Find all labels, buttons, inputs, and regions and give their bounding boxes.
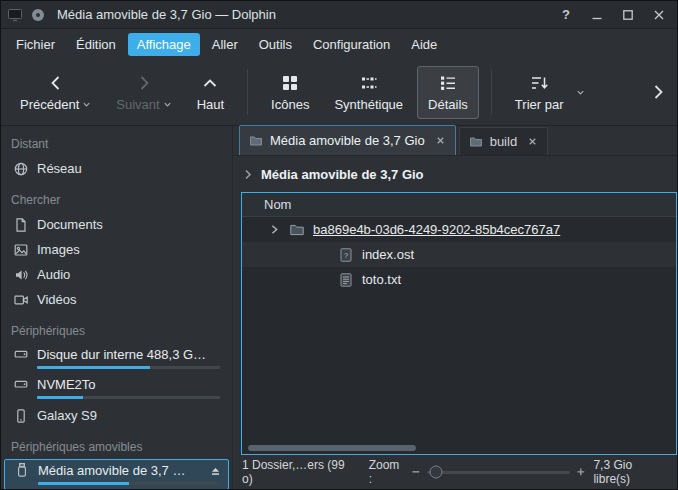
sort-icon — [529, 73, 549, 93]
expander-icon[interactable] — [268, 223, 281, 236]
free-space-label: 7,3 Gio libre(s) — [593, 458, 668, 486]
tab-label: build — [490, 134, 517, 149]
view-compact-button[interactable]: Synthétique — [323, 66, 414, 119]
back-button[interactable]: Précédent — [9, 66, 102, 119]
toolbar-overflow-button[interactable] — [647, 81, 669, 103]
chevron-left-icon — [46, 73, 66, 93]
document-icon — [13, 217, 29, 233]
sidebar-item-nvme2to[interactable]: NVME2To — [1, 373, 232, 403]
file-row[interactable]: ? index.ost — [242, 242, 676, 267]
sidebar-item-label: Audio — [37, 267, 70, 282]
disk-usage-bar — [37, 366, 220, 369]
harddrive-icon — [13, 376, 29, 392]
view-icons-button[interactable]: Icônes — [260, 66, 320, 119]
section-header-distant: Distant — [1, 130, 232, 156]
tab-media-amovible[interactable]: Média amovible de 3,7 Gio — [239, 125, 456, 155]
eject-icon[interactable] — [208, 463, 223, 478]
folder-icon — [249, 134, 263, 148]
sidebar-item-label: Galaxy S9 — [37, 408, 97, 423]
menu-aide[interactable]: Aide — [402, 33, 446, 56]
sidebar-item-label: Images — [37, 242, 80, 257]
image-icon — [13, 242, 29, 258]
chevron-up-icon — [200, 73, 220, 93]
menu-aller[interactable]: Aller — [203, 33, 247, 56]
chevron-right-icon[interactable] — [243, 169, 254, 180]
folder-icon — [469, 135, 483, 149]
tab-build[interactable]: build — [459, 127, 548, 155]
sidebar-item-label: NVME2To — [37, 377, 96, 392]
zoom-control: Zoom : — [369, 458, 586, 486]
sidebar-item-reseau[interactable]: Réseau — [1, 156, 232, 181]
column-header-nom[interactable]: Nom — [242, 193, 676, 217]
sidebar-item-images[interactable]: Images — [1, 237, 232, 262]
sidebar-item-disque-dur-interne[interactable]: Disque dur interne 488,3 G… — [1, 343, 232, 373]
section-header-peripheriques-amovibles: Périphériques amovibles — [1, 428, 232, 459]
file-row[interactable]: ba869e4b-03d6-4249-9202-85b4cec767a7 — [242, 217, 676, 242]
sort-by-button[interactable]: Trier par — [504, 66, 575, 119]
back-label: Précédent — [20, 97, 79, 112]
forward-button[interactable]: Suivant — [105, 66, 182, 119]
view-details-label: Détails — [428, 97, 468, 112]
sidebar-item-audio[interactable]: Audio — [1, 262, 232, 287]
view-details-button[interactable]: Détails — [417, 66, 479, 119]
horizontal-scrollbar[interactable] — [248, 445, 416, 451]
status-bar: 1 Dossier,…ers (99 o) Zoom : 7,3 Gio lib… — [233, 455, 677, 489]
section-header-chercher: Chercher — [1, 181, 232, 212]
menu-affichage[interactable]: Affichage — [128, 33, 200, 56]
sidebar-item-label: Disque dur interne 488,3 G… — [37, 347, 206, 362]
tab-label: Média amovible de 3,7 Gio — [270, 133, 425, 148]
status-summary: 1 Dossier,…ers (99 o) — [242, 458, 353, 486]
menu-fichier[interactable]: Fichier — [7, 33, 64, 56]
harddrive-icon — [13, 346, 29, 362]
up-label: Haut — [197, 97, 224, 112]
chevron-down-icon[interactable] — [576, 88, 585, 97]
places-panel: Distant Réseau Chercher Documents Images — [1, 126, 233, 489]
sidebar-item-media-amovible[interactable]: Média amovible de 3,7 … — [4, 459, 229, 489]
column-header-label: Nom — [264, 197, 291, 212]
main-area: Média amovible de 3,7 Gio build — [233, 126, 677, 489]
close-icon[interactable] — [435, 135, 446, 146]
zoom-slider-handle[interactable] — [429, 466, 442, 479]
sidebar-item-label: Réseau — [37, 161, 82, 176]
up-button[interactable]: Haut — [186, 66, 235, 119]
section-header-peripheriques: Périphériques — [1, 312, 232, 343]
close-icon[interactable] — [527, 136, 538, 147]
zoom-in-icon[interactable] — [576, 467, 586, 477]
help-button[interactable]: ? — [554, 3, 578, 27]
minimize-button[interactable] — [585, 3, 609, 27]
file-row[interactable]: toto.txt — [242, 267, 676, 292]
sidebar-item-videos[interactable]: Vidéos — [1, 287, 232, 312]
forward-label: Suivant — [116, 97, 159, 112]
breadcrumb-place[interactable]: Média amovible de 3,7 Gio — [261, 167, 424, 182]
toolbar-separator — [247, 69, 248, 115]
device-icon — [30, 7, 46, 23]
text-file-icon — [338, 272, 354, 288]
tab-bar: Média amovible de 3,7 Gio build — [233, 126, 677, 156]
disk-usage-bar — [38, 482, 219, 485]
titlebar: Média amovible de 3,7 Gio — Dolphin ? — [1, 1, 677, 29]
sidebar-item-label: Média amovible de 3,7 … — [38, 463, 185, 478]
file-name: toto.txt — [362, 272, 401, 287]
zoom-label: Zoom : — [369, 458, 405, 486]
menu-outils[interactable]: Outils — [250, 33, 301, 56]
view-icons-label: Icônes — [271, 97, 309, 112]
chevron-down-icon — [82, 100, 91, 109]
svg-text:?: ? — [344, 250, 348, 259]
sidebar-item-label: Vidéos — [37, 292, 77, 307]
zoom-slider[interactable] — [427, 471, 570, 474]
close-button[interactable] — [647, 3, 671, 27]
file-view: Nom ba869e4b-03d6-4249-9202-85b4cec767a7… — [241, 192, 677, 455]
network-icon — [13, 161, 29, 177]
sidebar-item-documents[interactable]: Documents — [1, 212, 232, 237]
menu-edition[interactable]: Édition — [67, 33, 125, 56]
menubar: Fichier Édition Affichage Aller Outils C… — [1, 29, 677, 59]
chevron-down-icon — [163, 100, 172, 109]
menu-configuration[interactable]: Configuration — [304, 33, 399, 56]
folder-icon — [289, 222, 305, 238]
maximize-button[interactable] — [616, 3, 640, 27]
zoom-out-icon[interactable] — [411, 467, 421, 477]
sidebar-item-galaxy-s9[interactable]: Galaxy S9 — [1, 403, 232, 428]
audio-icon — [13, 267, 29, 283]
compact-list-icon — [359, 73, 379, 93]
app-icon — [7, 7, 23, 23]
